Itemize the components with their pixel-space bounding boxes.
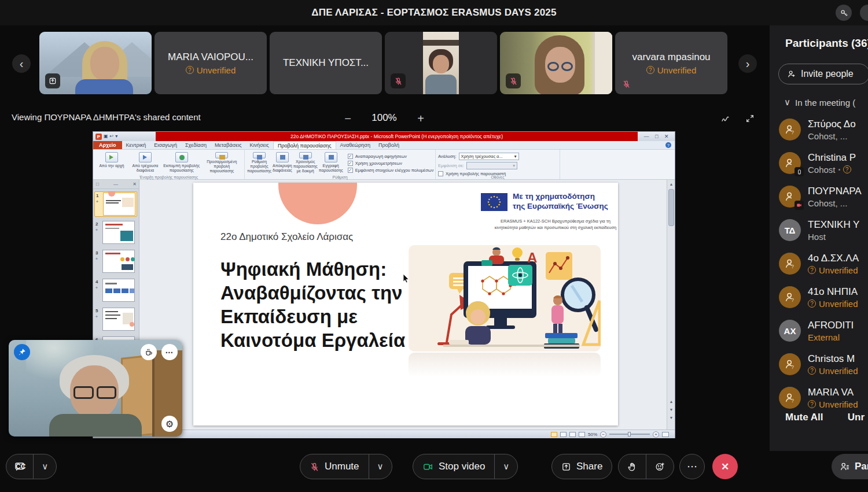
ppt-tab-transitions[interactable]: Μεταβάσεις (211, 141, 245, 149)
ppt-restore-button[interactable]: □ (655, 134, 658, 139)
ppt-tab-file[interactable]: Αρχείο (93, 141, 122, 149)
brb-coffee-button[interactable] (141, 344, 157, 360)
next-slide-icon[interactable]: ▼ (667, 405, 675, 413)
ppt-vertical-scrollbar[interactable]: ▲ ▲ ▼ ▼ (667, 180, 675, 430)
setup-slideshow-button[interactable]: Ρύθμιση προβολής παρουσίασης (247, 151, 271, 173)
invite-people-button[interactable]: Invite people (778, 64, 868, 84)
ppt-tab-home[interactable]: Κεντρική (122, 141, 150, 149)
participant-row[interactable]: ? Σπύρος Δο Cohost, ... (779, 113, 868, 146)
ppt-help-icon[interactable]: ? (665, 142, 671, 148)
ppt-zoom-out-button[interactable]: − (600, 431, 606, 438)
scrollbar-thumb[interactable] (668, 189, 674, 226)
slide-thumbnail-3[interactable]: 3✦ (94, 249, 137, 275)
slide-thumbnail-5[interactable]: 5✦ (94, 307, 137, 332)
thumb-panel-close-icon[interactable]: ✕ (133, 182, 137, 187)
normal-view-icon[interactable] (551, 432, 557, 437)
ppt-tab-design[interactable]: Σχεδίαση (181, 141, 211, 149)
ribbon-group-start-slideshow: Από την αρχή Από τρέχουσα διαφάνεια Εκπο… (93, 150, 245, 179)
play-narrations-checkbox[interactable]: ✓Αναπαραγωγή αφηγήσεων (348, 154, 434, 159)
more-options-button[interactable]: ⋯ (679, 454, 705, 479)
participant-row[interactable]: AX AFRODITI External (779, 315, 868, 347)
show-on-dropdown[interactable]: ▾ (466, 162, 517, 169)
animation-star-icon: ✦ (95, 257, 98, 261)
slides-tab-icon[interactable]: □ (96, 182, 99, 187)
animation-star-icon: ✦ (95, 286, 98, 290)
ppt-zoom-in-button[interactable]: + (653, 431, 659, 438)
ppt-tab-view[interactable]: Προβολή (374, 141, 403, 149)
participant-row[interactable]: Christina P Cohost? (779, 147, 868, 179)
from-beginning-button[interactable]: Από την αρχή (95, 151, 128, 173)
participant-row[interactable]: ΤΔ ΤΕΧΝΙΚΗ Υ Host (779, 214, 868, 246)
slide-thumbnail-1[interactable]: 1✦ (94, 191, 137, 217)
ppt-tab-insert[interactable]: Εισαγωγή (150, 141, 181, 149)
zoom-in-button[interactable]: + (412, 110, 429, 127)
raise-hand-button[interactable] (619, 454, 646, 479)
share-button[interactable]: Share (552, 454, 612, 479)
unmute-all-button[interactable]: Unr (848, 412, 865, 423)
video-tile-3[interactable]: ΤΕΧΝΙΚΗ ΥΠΟΣΤ... (270, 32, 382, 94)
reactions-button[interactable] (646, 454, 674, 479)
captions-button[interactable]: CC (6, 454, 33, 479)
video-tile-4[interactable] (385, 32, 497, 94)
slide-thumbnail-2[interactable]: 2✦ (94, 220, 137, 246)
ppt-slide-canvas[interactable]: Με τη χρηματοδότηση της Ευρωπαϊκής Ένωση… (193, 183, 618, 426)
mute-all-button[interactable]: Mute All (785, 412, 823, 423)
ppt-zoom-slider[interactable] (609, 434, 650, 435)
ppt-tab-slideshow[interactable]: Προβολή παρουσίασης (273, 141, 336, 149)
show-media-controls-checkbox[interactable]: ✓Εμφάνιση στοιχείων ελέγχου πολυμέσων (348, 168, 434, 173)
show-on-label: Εμφάνιση σε: (438, 163, 464, 168)
resolution-dropdown[interactable]: Χρήση τρέχουσας α...▾ (459, 153, 519, 160)
self-view-video[interactable]: ⋯ ⚙ (9, 340, 182, 436)
fit-to-window-icon[interactable] (662, 432, 669, 437)
custom-slideshow-button[interactable]: Προσαρμοσμένη προβολή παρουσίασης (202, 151, 242, 173)
filmstrip-next-button[interactable]: › (738, 54, 757, 73)
ppt-tab-animations[interactable]: Κινήσεις (246, 141, 273, 149)
video-tile-2[interactable]: MARIA VAIOPOU... ?Unverified (155, 32, 267, 94)
use-timings-checkbox[interactable]: ✓Χρήση χρονομετρήσεων (348, 161, 434, 166)
broadcast-slideshow-button[interactable]: Εκπομπή προβολής παρουσίασης (163, 151, 201, 173)
video-tile-5[interactable] (500, 32, 612, 94)
pin-button[interactable] (14, 344, 30, 360)
ppt-minimize-button[interactable]: — (644, 134, 649, 139)
settings-gear-button[interactable]: ⚙ (161, 416, 178, 432)
audio-options-button[interactable]: ∨ (369, 461, 392, 472)
video-tile-1[interactable] (39, 32, 152, 94)
participant-row[interactable]: ? 41ο ΝΗΠΙΑ ?Unverified (779, 281, 868, 313)
slideshow-view-icon[interactable] (579, 432, 585, 437)
zoom-out-button[interactable]: − (339, 110, 356, 127)
annotate-button[interactable] (718, 111, 733, 126)
meeting-lock-icon[interactable] (836, 5, 852, 21)
expand-button[interactable] (742, 111, 757, 126)
unmute-button[interactable]: Unmute (300, 454, 369, 479)
video-tile-6[interactable]: varvara mpasinou ?Unverified (615, 32, 727, 94)
participant-row[interactable]: ? 4ο Δ.ΣΧ.ΛΑ ?Unverified (779, 247, 868, 280)
leave-meeting-button[interactable]: ✕ (712, 454, 738, 479)
filmstrip-prev-button[interactable]: ‹ (12, 54, 31, 73)
from-current-slide-button[interactable]: Από τρέχουσα διαφάνεια (129, 151, 161, 173)
scroll-down-icon[interactable]: ▼ (667, 413, 675, 421)
in-meeting-section-header[interactable]: ∨ In the meeting ( (784, 97, 855, 108)
zoom-slider-thumb[interactable] (628, 432, 631, 436)
outline-tab-icon[interactable]: — (113, 182, 118, 187)
slide-sorter-view-icon[interactable] (560, 432, 567, 437)
previous-slide-icon[interactable]: ▲ (667, 397, 675, 405)
participant-row[interactable]: ΠΟΥΡΝΑΡΑ Cohost, ... (779, 180, 868, 213)
participant-row[interactable]: ? MARIA VA ?Unverified (779, 382, 868, 414)
ppt-close-button[interactable]: ✕ (664, 134, 669, 139)
record-slideshow-button[interactable]: Εγγραφή παρουσίασης (319, 151, 343, 173)
stop-video-button[interactable]: Stop video (413, 454, 494, 479)
scroll-up-icon[interactable]: ▲ (667, 180, 675, 188)
viewing-bar: Viewing ΠΟΥΡΝΑΡΑ ΔΗΜΗΤΡΑ's shared conten… (0, 108, 770, 130)
rehearse-timings-button[interactable]: Χρονισμός παρουσίασης με δοκιμή (293, 151, 318, 173)
participants-toggle-button[interactable]: Par (832, 454, 868, 479)
participant-row[interactable]: ? Christos M ?Unverified (779, 348, 868, 380)
ppt-tab-review[interactable]: Αναθεώρηση (336, 141, 374, 149)
self-view-more-button[interactable]: ⋯ (161, 344, 178, 360)
hide-slide-button[interactable]: Απόκρυψη διαφάνειας (273, 151, 292, 173)
captions-options-button[interactable]: ∨ (34, 461, 56, 472)
reading-view-icon[interactable] (569, 432, 576, 437)
ppt-quick-access-toolbar[interactable]: P ▣ ↩ ▾ (93, 132, 156, 141)
video-options-button[interactable]: ∨ (495, 461, 517, 472)
ppt-ribbon: Από την αρχή Από τρέχουσα διαφάνεια Εκπο… (93, 150, 675, 180)
slide-thumbnail-4[interactable]: 4✦ (94, 278, 137, 304)
